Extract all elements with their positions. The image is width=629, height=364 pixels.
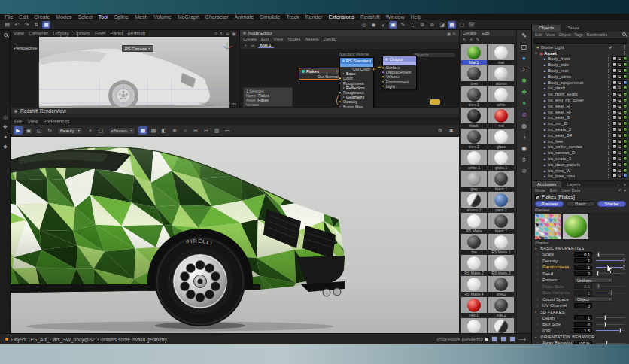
param-row-pattern[interactable]: ○PatternUniform▾ [532,277,629,284]
phong-tag-icon[interactable]: ▲ [618,156,622,161]
port-light[interactable]: Light [383,84,416,89]
visibility-dots[interactable] [608,63,609,67]
param-value[interactable]: 0 [574,303,592,308]
node-flakes[interactable]: Flakes Out Normal [299,68,342,80]
object-row-int-screws-d[interactable]: ▲Int_screws_D ▲ [532,150,629,156]
texture-tag-icon[interactable] [612,104,617,108]
texture-tag-icon[interactable] [612,68,617,73]
phong-tag-icon[interactable]: ▲ [618,74,622,79]
rv-layout-panels-icon[interactable]: ▥ [212,126,221,135]
menu-file[interactable]: File [5,14,13,20]
object-row-body-suspension[interactable]: ▲Body_suspension ▲ [532,80,629,86]
toolbar-redo-icon[interactable]: ↷ [23,21,31,29]
toggle-view-icon[interactable]: ▣ [232,31,236,36]
material-chrome[interactable]: chrome [488,318,514,333]
mode-points-icon[interactable]: ● [0,132,11,141]
attr-lock-icon[interactable]: ▾ [624,188,626,193]
material-tag-icon[interactable] [623,80,627,85]
toolbar-layout-grid-icon[interactable]: ▦ [42,21,50,29]
material-glass[interactable]: glass [488,129,514,149]
section-3d-flakes[interactable]: ▾3D FLAKES [532,309,629,315]
visibility-dots[interactable] [608,128,609,132]
object-row-int-seat-ri[interactable]: ▲Int_seat_RI ▲ [532,109,629,115]
expand-icon[interactable]: ⊟ [535,51,537,55]
toolbar-render-settings-icon[interactable]: ◐ [379,21,387,29]
material-mat-1[interactable]: Mat.1 [461,44,487,65]
rv-zoom-in-icon[interactable]: ⊞ [191,126,200,135]
texture-tag-icon[interactable] [612,121,617,126]
keyframe-dot[interactable]: ○ [536,297,541,302]
search-icon[interactable] [0,30,11,40]
object-row-int-feet[interactable]: ▲Int_feet ▲ [532,138,629,144]
menu-help[interactable]: Help [411,14,421,20]
menu-spline[interactable]: Spline [114,14,129,20]
material-tire[interactable]: tire [461,234,487,254]
mode-texture-icon[interactable]: ✚ [0,122,11,132]
visibility-dots[interactable] [608,57,609,61]
param-slider[interactable] [596,284,625,289]
renderview-menu-preferences[interactable]: Preferences [43,119,69,124]
material-rs-matte-3[interactable]: RS Matte.3 [488,255,514,275]
material-tag-icon[interactable] [623,62,627,67]
snapshot-c-icon[interactable] [509,336,515,342]
material-tag-icon[interactable] [623,92,627,96]
object-row-body-side[interactable]: ▲Body_side ▲ [532,62,629,68]
phong-tag-icon[interactable]: ▲ [618,62,622,67]
material-tires-1[interactable]: tires.1 [461,86,487,107]
viewport-menu-view[interactable]: View [14,31,24,36]
menu-select[interactable]: Select [77,14,92,20]
material-menu-edit[interactable]: Edit [482,31,489,35]
keyframe-dot[interactable]: ○ [536,303,541,308]
viewport-menu-cameras[interactable]: Cameras [29,31,48,36]
material-tag-icon[interactable] [623,144,627,149]
material-alumin[interactable]: alumin [488,65,514,86]
param-row-scale[interactable]: ○Scale0.1 [532,251,629,258]
material-white-2[interactable]: white.2 [461,318,487,333]
rv-lock-render-icon[interactable]: ▣ [24,126,33,135]
rv-pick-material-icon[interactable]: + [86,126,95,135]
material-tag-icon[interactable] [623,104,627,108]
om-menu-tags[interactable]: Tags [574,32,583,37]
renderview-menu-view[interactable]: View [27,119,38,124]
menu-animate[interactable]: Animate [235,14,254,20]
rv-snapshot-grid-icon[interactable]: ▤ [149,126,158,135]
create-disable-icon[interactable]: ⊘ [517,165,531,177]
param-value[interactable]: 0 [574,322,592,327]
material-red[interactable]: red [488,108,514,128]
texture-tag-icon[interactable] [612,144,617,149]
visibility-dots[interactable] [608,168,609,172]
material-tag-icon[interactable] [623,115,627,120]
texture-tag-icon[interactable] [612,162,617,167]
material-glass-1[interactable]: glass.1 [488,150,514,170]
param-slider[interactable] [596,252,625,257]
param-row-flake-size[interactable]: Flake Size0.1 [532,284,629,290]
visibility-dots[interactable] [608,151,609,155]
toolbar-interactive-render-icon[interactable]: ▣ [389,21,397,29]
material-tab[interactable]: Mat.1 [258,43,274,48]
enabled-check-icon[interactable]: ✓ [609,44,612,50]
material-tag-icon[interactable] [623,139,627,144]
texture-tag-icon[interactable] [612,168,617,173]
param-value[interactable]: 1 [574,265,592,270]
param-dropdown[interactable]: Object▾ [574,296,613,302]
material-tag-icon[interactable] [623,68,627,73]
menu-window[interactable]: Window [386,14,405,20]
visibility-dots[interactable] [608,133,609,137]
material-tag-icon[interactable] [623,156,627,161]
material-rs-matte-1[interactable]: RS Matte.1 [488,234,514,254]
toolbar-grid-snap-icon[interactable]: ▦ [448,21,456,29]
section-orientation-behavior[interactable]: ▾ORIENTATION BEHAVIOR [532,334,629,340]
phong-tag-icon[interactable]: ▲ [618,127,622,132]
toolbar-axis-lock-icon[interactable]: L [409,21,417,29]
material-rs-matte-2[interactable]: RS Matte.2 [461,255,487,275]
keyframe-dot[interactable]: ○ [536,329,541,333]
section-basic-properties[interactable]: ▾BASIC PROPERTIES [532,245,629,251]
object-row-body-joints[interactable]: ▲Body_joints ▲ [532,74,629,80]
menu-render[interactable]: Render [305,14,323,20]
rv-restart-icon[interactable]: ↻ [45,126,54,135]
texture-tag-icon[interactable] [612,174,617,178]
param-row-density[interactable]: ○Density1 [532,258,629,265]
create-volume-icon[interactable]: ◍ [517,120,531,132]
menu-track[interactable]: Track [286,14,299,20]
toolbar-undo-icon[interactable]: ↶ [13,21,21,29]
